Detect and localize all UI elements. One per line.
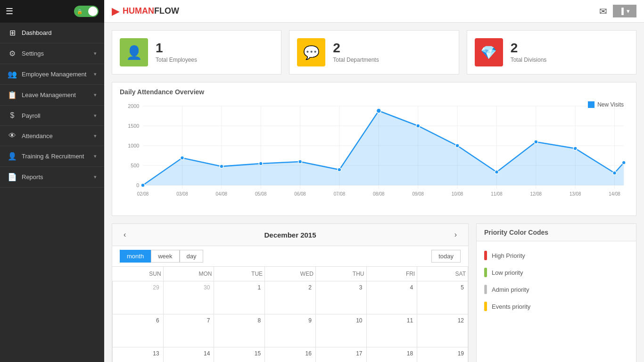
sidebar-item-settings[interactable]: ⚙ Settings ▾ [0, 43, 104, 64]
svg-text:02/08: 02/08 [137, 191, 149, 197]
svg-point-33 [534, 140, 538, 144]
table-row[interactable]: 13 [113, 347, 164, 362]
table-row[interactable]: 5 [417, 281, 468, 314]
sidebar-item-employee-management[interactable]: 👥 Employee Management ▾ [0, 64, 104, 85]
calendar-date: 3 [318, 283, 364, 292]
events-priority-label: Events priority [492, 303, 530, 310]
calendar-next-button[interactable]: › [451, 229, 461, 241]
table-row[interactable]: 29 [113, 281, 164, 314]
table-row[interactable]: 30 [163, 281, 214, 314]
calendar-day-button[interactable]: day [180, 250, 204, 263]
svg-point-34 [573, 147, 577, 150]
high-priority-label: High Priority [492, 252, 525, 259]
table-row[interactable]: 18 [366, 347, 417, 362]
calendar-date: 19 [419, 349, 466, 358]
reports-icon: 📄 [8, 173, 17, 181]
sidebar-item-label: Employee Management [22, 71, 86, 78]
admin-priority-dot [484, 285, 487, 294]
sidebar-toggle[interactable]: 🔒 [74, 6, 99, 17]
sidebar-item-training-recruitment[interactable]: 👤 Training & Recruitment ▾ [0, 146, 104, 167]
svg-point-30 [416, 124, 420, 128]
calendar-today-button[interactable]: today [431, 250, 461, 263]
calendar-date: 30 [165, 283, 212, 292]
sidebar-item-reports[interactable]: 📄 Reports ▾ [0, 167, 104, 188]
user-menu-button[interactable]: ▐ ▾ [613, 5, 636, 17]
employees-icon-box: 👤 [120, 38, 148, 66]
calendar-prev-button[interactable]: ‹ [120, 229, 130, 241]
high-priority-dot [484, 251, 487, 260]
calendar-date: 4 [369, 283, 415, 292]
priority-header: Priority Color Codes [477, 224, 636, 241]
svg-text:03/08: 03/08 [176, 191, 188, 197]
employees-label: Total Employees [156, 57, 197, 63]
settings-icon: ⚙ [8, 49, 17, 58]
table-row[interactable]: 8 [214, 314, 265, 347]
stat-card-departments: 💬 2 Total Departments [289, 30, 459, 74]
svg-text:10/08: 10/08 [452, 191, 463, 197]
table-row[interactable]: 19 [417, 347, 468, 362]
low-priority-label: Low priority [492, 269, 523, 276]
logo-icon: ▶ [112, 5, 120, 17]
table-row[interactable]: 6 [113, 314, 164, 347]
calendar-month-button[interactable]: month [120, 250, 151, 263]
calendar-grid: SUN MON TUE WED THU FRI SAT 293012345678… [112, 267, 468, 362]
svg-text:11/08: 11/08 [491, 191, 503, 197]
logo-text: HUMANFLOW [123, 6, 179, 16]
table-row[interactable]: 9 [265, 314, 316, 347]
logo: ▶ HUMANFLOW [112, 5, 179, 17]
table-row[interactable]: 11 [366, 314, 417, 347]
cal-header-thu: THU [315, 267, 366, 281]
chat-icon: 💬 [303, 45, 320, 60]
sidebar-item-leave-management[interactable]: 📋 Leave Management ▾ [0, 85, 104, 106]
calendar-date: 6 [115, 316, 161, 325]
svg-point-32 [495, 170, 499, 174]
table-row[interactable]: 16 [265, 347, 316, 362]
admin-priority-label: Admin priority [492, 286, 529, 293]
divisions-count: 2 [511, 41, 547, 55]
chevron-icon: ▾ [94, 133, 97, 139]
main-area: ▶ HUMANFLOW ✉ ▐ ▾ 👤 1 Total Employees [104, 0, 644, 362]
table-row[interactable]: 3 [315, 281, 366, 314]
svg-text:06/08: 06/08 [294, 191, 306, 197]
divisions-label: Total Divisions [511, 57, 547, 63]
calendar-date: 11 [369, 316, 415, 325]
stat-cards: 👤 1 Total Employees 💬 2 Total Department… [112, 30, 636, 74]
sidebar-item-attendance[interactable]: 👁 Attendance ▾ [0, 126, 104, 146]
table-row[interactable]: 17 [315, 347, 366, 362]
table-row[interactable]: 1 [214, 281, 265, 314]
hamburger-icon[interactable]: ☰ [6, 6, 13, 16]
svg-point-28 [338, 168, 341, 172]
employees-info: 1 Total Employees [156, 41, 197, 63]
sidebar-item-dashboard[interactable]: ⊞ Dashboard [0, 23, 104, 43]
diamond-icon: 💎 [480, 45, 497, 60]
table-row[interactable]: 15 [214, 347, 265, 362]
priority-panel: Priority Color Codes High Priority Low p… [476, 223, 636, 362]
svg-point-35 [613, 171, 617, 175]
table-row[interactable]: 2 [265, 281, 316, 314]
table-row[interactable]: 12 [417, 314, 468, 347]
table-row[interactable]: 7 [163, 314, 214, 347]
table-row[interactable]: 14 [163, 347, 214, 362]
table-row[interactable]: 10 [315, 314, 366, 347]
chevron-icon: ▾ [94, 174, 97, 180]
table-row[interactable]: 4 [366, 281, 417, 314]
svg-marker-22 [143, 111, 624, 185]
svg-text:1500: 1500 [128, 123, 139, 129]
cal-header-fri: FRI [366, 267, 417, 281]
chart-legend: New Visits [588, 101, 624, 108]
calendar-date: 2 [267, 283, 314, 292]
calendar-date: 9 [267, 316, 314, 325]
sidebar-item-payroll[interactable]: $ Payroll ▾ [0, 106, 104, 126]
calendar-date: 5 [419, 283, 466, 292]
svg-point-31 [455, 144, 459, 148]
svg-text:1000: 1000 [128, 143, 139, 148]
divisions-info: 2 Total Divisions [511, 41, 547, 63]
calendar-date: 13 [115, 349, 161, 358]
priority-item-low: Low priority [484, 264, 628, 281]
sidebar-item-label: Reports [22, 173, 43, 181]
calendar-week-button[interactable]: week [151, 250, 179, 263]
svg-text:2000: 2000 [128, 103, 139, 109]
mail-icon[interactable]: ✉ [599, 6, 607, 17]
content-area: 👤 1 Total Employees 💬 2 Total Department… [104, 23, 644, 362]
legend-color-box [588, 101, 594, 108]
